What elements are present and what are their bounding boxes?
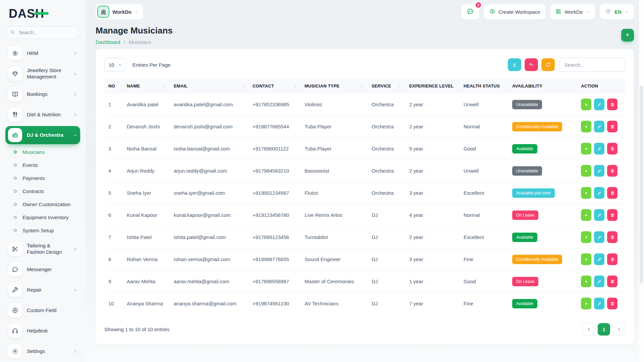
view-button[interactable]: [581, 121, 591, 132]
edit-button[interactable]: [594, 187, 604, 199]
sidebar-item-jewellery-store-management[interactable]: Jewellery Store Management: [5, 65, 80, 83]
edit-button[interactable]: [594, 165, 604, 177]
view-button[interactable]: [581, 165, 591, 177]
view-button[interactable]: [581, 143, 591, 155]
edit-button[interactable]: [594, 276, 604, 287]
delete-button[interactable]: [607, 231, 618, 243]
sidebar-item-dj-orchestra[interactable]: DJ & Orchestra: [5, 126, 80, 144]
sidebar-item-helpdesk[interactable]: Helpdesk: [5, 322, 80, 340]
scrollbar-thumb[interactable]: [640, 85, 643, 283]
edit-button[interactable]: [594, 99, 604, 110]
cell-name: Devansh Joshi: [123, 116, 170, 138]
messenger-button[interactable]: 0: [461, 4, 479, 19]
delete-button[interactable]: [607, 143, 618, 155]
column-header-name[interactable]: NAME↑↓: [123, 78, 170, 94]
sort-icon[interactable]: ↑↓: [293, 84, 297, 88]
sidebar-item-repair[interactable]: Repair: [5, 281, 80, 299]
table-search-input[interactable]: [559, 58, 625, 72]
trash-icon: [610, 146, 615, 151]
sidebar-item-settings[interactable]: Settings: [5, 342, 80, 360]
availability-badge: Available part time: [512, 188, 555, 198]
chat-dots-icon: [467, 8, 474, 15]
edit-button[interactable]: [594, 253, 604, 265]
sidebar-item-tailoring-fashion-design[interactable]: Tailoring & Fashion Design: [5, 240, 80, 258]
export-button[interactable]: [508, 58, 521, 71]
view-button[interactable]: [581, 187, 591, 199]
sort-icon[interactable]: ↑↓: [361, 84, 364, 88]
sort-icon[interactable]: ↑↓: [163, 84, 166, 88]
column-header-email[interactable]: EMAIL↑↓: [170, 78, 249, 94]
create-workspace-button[interactable]: Create Workspace: [484, 4, 545, 19]
cell-no: 4: [104, 160, 123, 182]
submenu-item-events[interactable]: Events: [5, 159, 80, 172]
edit-button[interactable]: [594, 231, 604, 243]
sidebar-search-input[interactable]: [18, 29, 68, 36]
table-tools: [508, 58, 555, 71]
pencil-icon: [597, 213, 602, 218]
column-header-service[interactable]: SERVICE↑↓: [368, 78, 405, 94]
table-head: NONAME↑↓EMAIL↑↓CONTACT↑↓MUSICIAN TYPE↑↓S…: [104, 78, 625, 94]
cell-no: 6: [104, 204, 123, 226]
column-header-type[interactable]: MUSICIAN TYPE↑↓: [301, 78, 368, 94]
delete-button[interactable]: [607, 209, 618, 221]
submenu-item-contracts[interactable]: Contracts: [5, 185, 80, 198]
sidebar-search: [5, 26, 80, 39]
cell-health: Excellent: [460, 182, 508, 204]
delete-button[interactable]: [607, 121, 618, 132]
view-button[interactable]: [581, 231, 591, 243]
delete-button[interactable]: [607, 298, 618, 309]
chev-d-icon: [586, 10, 590, 14]
sidebar-item-bookings[interactable]: Bookings: [5, 85, 80, 103]
view-button[interactable]: [581, 209, 591, 221]
pagination-page-1[interactable]: 1: [598, 323, 610, 336]
sidebar-item-hrm[interactable]: HRM: [5, 44, 80, 62]
pencil-icon: [597, 102, 602, 107]
submenu-item-system-setup[interactable]: System Setup: [5, 224, 80, 237]
refresh-button[interactable]: [541, 58, 555, 71]
delete-button[interactable]: [607, 276, 618, 287]
sidebar-item-label: Tailoring & Fashion Design: [27, 243, 68, 255]
cell-service: DJ: [368, 248, 405, 270]
view-button[interactable]: [581, 298, 591, 309]
pagination-prev[interactable]: [583, 323, 595, 336]
workspace-switcher[interactable]: WorkDo: [96, 4, 143, 19]
play-icon: [584, 235, 589, 240]
sidebar-item-messenger[interactable]: Messenger: [5, 260, 80, 279]
musicians-table: NONAME↑↓EMAIL↑↓CONTACT↑↓MUSICIAN TYPE↑↓S…: [104, 78, 625, 314]
view-button[interactable]: [581, 99, 591, 110]
cell-type: Violinist: [301, 94, 368, 116]
scrollbar[interactable]: [639, 0, 644, 362]
edit-button[interactable]: [594, 143, 604, 155]
column-header-contact[interactable]: CONTACT↑↓: [249, 78, 301, 94]
cell-service: DJ: [368, 226, 405, 248]
view-button[interactable]: [581, 276, 591, 287]
submenu-item-musicians[interactable]: Musicians: [5, 145, 80, 159]
sort-icon[interactable]: ↑↓: [398, 84, 401, 88]
delete-button[interactable]: [607, 165, 618, 177]
workdo-menu-button[interactable]: WorkDo: [550, 4, 595, 19]
undo-button[interactable]: [525, 58, 538, 71]
submenu-item-equipment-inventory[interactable]: Equipment Inventory: [5, 211, 80, 224]
play-icon: [584, 146, 589, 151]
pagination-next[interactable]: [613, 323, 625, 336]
cell-experience: 2 year: [405, 226, 460, 248]
delete-button[interactable]: [607, 253, 618, 265]
sidebar-item-diet-nutrition[interactable]: Diet & Nutrition: [5, 106, 80, 124]
sort-icon[interactable]: ↑↓: [241, 84, 245, 88]
view-button[interactable]: [581, 253, 591, 265]
cell-availability: Unavailable: [508, 94, 577, 116]
delete-button[interactable]: [607, 187, 618, 199]
edit-button[interactable]: [594, 209, 604, 221]
breadcrumb-dashboard[interactable]: Dashboard: [96, 39, 120, 45]
cell-name: Nisha Bansal: [123, 138, 170, 160]
entries-per-page-select[interactable]: 10: [104, 58, 126, 71]
submenu-item-payments[interactable]: Payments: [5, 172, 80, 185]
delete-button[interactable]: [607, 99, 618, 110]
sidebar-item-custom-field[interactable]: Custom Field: [5, 301, 80, 319]
submenu-item-owner-customization[interactable]: Owner Customization: [5, 198, 80, 211]
edit-button[interactable]: [594, 298, 604, 309]
add-musician-button[interactable]: [621, 29, 634, 42]
language-selector[interactable]: EN: [600, 4, 634, 19]
app-logo[interactable]: DASH: [5, 5, 80, 26]
edit-button[interactable]: [594, 121, 604, 132]
